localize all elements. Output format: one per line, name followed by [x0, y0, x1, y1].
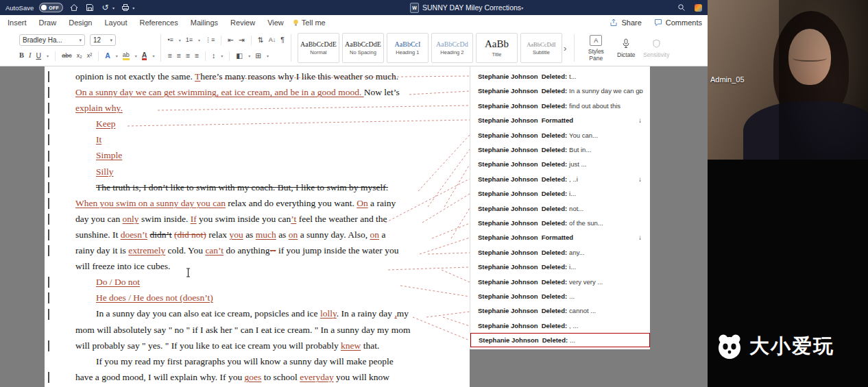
autosave-toggle[interactable]: OFF	[39, 3, 63, 12]
share-label: Share	[621, 18, 641, 27]
revision-author: Stephanie Johnson	[478, 219, 538, 227]
revision-entry[interactable]: Stephanie JohnsonFormatted↓	[470, 113, 650, 127]
microphone-icon	[622, 38, 630, 49]
numbering-button[interactable]: 1≡	[186, 37, 193, 43]
align-center-button[interactable]: ≡	[177, 52, 181, 60]
deleted-text-run: The truth is, I don’t like to swim with …	[96, 182, 388, 192]
strikethrough-button[interactable]: abc	[62, 53, 72, 59]
revision-entry[interactable]: Stephanie JohnsonDeleted:i...	[470, 260, 650, 274]
style-subtitle[interactable]: AaBbCcDdISubtitle	[520, 33, 562, 63]
undo-caret-icon[interactable]: ▾	[112, 5, 114, 10]
share-icon	[610, 18, 618, 27]
paragraph-group: •≡ ▾ 1≡ ▾ ⋮≡ ⇤ ⇥ ⇅ A↓ ¶ ≡ ≡ ≡	[167, 34, 285, 62]
comments-button[interactable]: Comments	[654, 18, 702, 27]
sort-button[interactable]: A↓	[269, 37, 276, 43]
tab-layout[interactable]: Layout	[98, 18, 133, 27]
tab-review[interactable]: Review	[224, 18, 261, 27]
tab-view[interactable]: View	[261, 18, 290, 27]
align-right-button[interactable]: ≡	[186, 52, 190, 60]
borders-button[interactable]: ⊞	[255, 52, 261, 60]
revision-entry[interactable]: Stephanie JohnsonDeleted:...	[470, 333, 650, 347]
font-color-button[interactable]: A	[142, 51, 147, 61]
goto-change-arrow-icon[interactable]: ↓	[638, 234, 642, 241]
revision-entry[interactable]: Stephanie JohnsonDeleted:You can...	[470, 128, 650, 142]
undo-icon[interactable]: ↺	[100, 2, 110, 13]
toolbar-caret-icon[interactable]: ▾	[132, 5, 134, 10]
line-spacing-caret-icon[interactable]: ▾	[221, 54, 223, 58]
style-title[interactable]: AaBbTitle	[476, 33, 518, 63]
search-icon[interactable]	[676, 2, 686, 13]
font-color-caret-icon[interactable]: ▾	[152, 54, 154, 58]
borders-caret-icon[interactable]: ▾	[267, 54, 269, 58]
increase-indent-button[interactable]: ⇥	[239, 36, 245, 44]
justify-button[interactable]: ≡	[195, 52, 199, 60]
revision-entry[interactable]: Stephanie JohnsonDeleted:t...	[470, 69, 650, 84]
subscript-button[interactable]: x₂	[77, 53, 82, 59]
bullets-button[interactable]: •≡	[167, 37, 173, 43]
document-title-group[interactable]: W SUNNY DAY Miley Corrections ▾	[410, 0, 523, 15]
bold-button[interactable]: B	[19, 52, 24, 60]
styles-pane-button[interactable]: A Styles Pane	[581, 34, 611, 62]
text-effects-caret-icon[interactable]: ▾	[116, 54, 118, 58]
share-button[interactable]: Share	[610, 18, 641, 27]
bullets-caret-icon[interactable]: ▾	[179, 38, 181, 42]
revision-entry[interactable]: Stephanie JohnsonDeleted:cannot ...	[470, 303, 650, 318]
home-icon[interactable]	[69, 2, 79, 13]
highlight-button[interactable]: ab	[123, 52, 130, 60]
shading-caret-icon[interactable]: ▾	[248, 54, 250, 58]
goto-change-arrow-icon[interactable]: ↓	[638, 87, 642, 95]
style-no-spacing[interactable]: AaBbCcDdENo Spacing	[342, 33, 384, 63]
align-left-button[interactable]: ≡	[167, 52, 171, 60]
numbering-caret-icon[interactable]: ▾	[198, 38, 200, 42]
revision-entry[interactable]: Stephanie JohnsonDeleted:of the sun...	[470, 216, 650, 230]
save-icon[interactable]	[84, 2, 95, 13]
revision-entry[interactable]: Stephanie JohnsonDeleted:not...	[470, 201, 650, 216]
revision-entry[interactable]: Stephanie JohnsonDeleted:, ..i↓	[470, 172, 650, 186]
revision-entry[interactable]: Stephanie JohnsonFormatted↓	[470, 230, 650, 245]
text-effects-button[interactable]: A	[105, 52, 110, 60]
revision-entry[interactable]: Stephanie JohnsonDeleted:just ...	[470, 157, 650, 171]
revision-entry[interactable]: Stephanie JohnsonDeleted:But in...	[470, 142, 650, 157]
revision-entry[interactable]: Stephanie JohnsonDeleted:any...	[470, 245, 650, 260]
tab-references[interactable]: References	[133, 18, 184, 27]
lightbulb-icon	[293, 19, 299, 27]
highlight-caret-icon[interactable]: ▾	[135, 54, 137, 58]
inserted-text-run: He does / He does not (doesn’t)	[96, 292, 213, 303]
style-normal[interactable]: AaBbCcDdENormal	[298, 33, 339, 63]
dictate-button[interactable]: Dictate	[611, 38, 641, 59]
shading-button[interactable]: ◧	[236, 52, 243, 60]
tab-design[interactable]: Design	[62, 18, 98, 27]
style-heading-2[interactable]: AaBbCcDdHeading 2	[431, 33, 473, 63]
revision-entry[interactable]: Stephanie JohnsonDeleted:...	[470, 289, 650, 303]
line-spacing-button[interactable]: ↕	[212, 52, 215, 60]
paragraph-spacing-button[interactable]: ⇅	[258, 36, 264, 44]
gallery-more-icon[interactable]: ›	[564, 43, 566, 53]
italic-button[interactable]: I	[29, 52, 32, 60]
tab-mailings[interactable]: Mailings	[184, 18, 224, 27]
revision-entry[interactable]: Stephanie JohnsonDeleted:very very ...	[470, 275, 650, 289]
document-page[interactable]: opinion is not exactly the same. There’s…	[45, 66, 470, 387]
revision-author: Stephanie Johnson	[478, 146, 538, 153]
inserted-text-run: It	[96, 134, 101, 145]
revision-entry[interactable]: Stephanie JohnsonDeleted:, ...	[470, 319, 650, 333]
underline-button[interactable]: U	[36, 52, 42, 60]
style-heading-1[interactable]: AaBbCcIHeading 1	[387, 33, 429, 63]
tellme-button[interactable]: Tell me	[293, 18, 326, 27]
show-marks-button[interactable]: ¶	[280, 36, 285, 44]
tab-insert[interactable]: Insert	[1, 18, 33, 27]
underline-caret-icon[interactable]: ▾	[47, 54, 49, 58]
revision-entry[interactable]: Stephanie JohnsonDeleted:In a sunny day …	[470, 84, 650, 98]
goto-change-arrow-icon[interactable]: ↓	[638, 116, 642, 124]
tab-draw[interactable]: Draw	[33, 18, 63, 27]
title-caret-icon[interactable]: ▾	[521, 5, 523, 10]
revision-entry[interactable]: Stephanie JohnsonDeleted:i...	[470, 186, 650, 201]
font-name-combobox[interactable]: Bradley Ha... ▾	[19, 34, 85, 46]
goto-change-arrow-icon[interactable]: ↓	[638, 175, 642, 183]
revision-entry[interactable]: Stephanie JohnsonDeleted:find out about …	[470, 99, 650, 113]
superscript-button[interactable]: x²	[87, 53, 93, 59]
multilevel-list-button[interactable]: ⋮≡	[205, 37, 215, 43]
decrease-indent-button[interactable]: ⇤	[228, 36, 234, 44]
print-icon[interactable]	[120, 2, 130, 13]
font-size-combobox[interactable]: 12 ▾	[90, 34, 116, 46]
profile-icon[interactable]	[695, 4, 702, 12]
